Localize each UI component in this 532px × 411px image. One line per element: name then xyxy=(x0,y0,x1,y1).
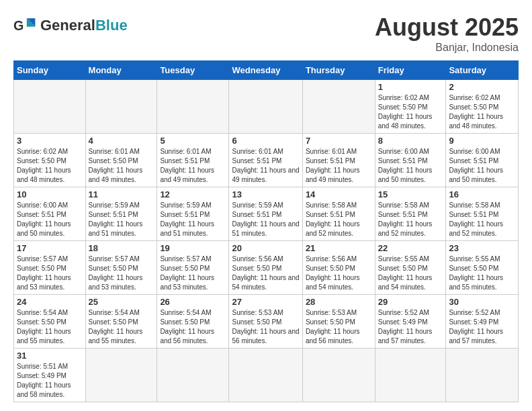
day-number: 30 xyxy=(449,297,515,307)
day-info: Sunrise: 5:56 AM Sunset: 5:50 PM Dayligh… xyxy=(306,255,372,292)
day-info: Sunrise: 5:58 AM Sunset: 5:51 PM Dayligh… xyxy=(449,201,515,238)
day-number: 12 xyxy=(160,189,226,199)
calendar-cell xyxy=(375,349,446,402)
weekday-header-saturday: Saturday xyxy=(446,61,519,80)
logo: G GeneralBlue xyxy=(13,13,128,38)
day-info: Sunrise: 5:56 AM Sunset: 5:50 PM Dayligh… xyxy=(232,255,299,292)
calendar-cell xyxy=(229,80,302,134)
calendar-cell: 8Sunrise: 6:00 AM Sunset: 5:51 PM Daylig… xyxy=(375,134,446,187)
calendar-cell: 17Sunrise: 5:57 AM Sunset: 5:50 PM Dayli… xyxy=(14,241,86,295)
month-year-title: August 2025 xyxy=(375,13,519,42)
day-info: Sunrise: 6:00 AM Sunset: 5:51 PM Dayligh… xyxy=(449,147,515,185)
day-number: 7 xyxy=(306,136,372,146)
location-subtitle: Banjar, Indonesia xyxy=(375,42,519,54)
day-number: 27 xyxy=(232,297,299,307)
weekday-header-tuesday: Tuesday xyxy=(157,61,229,80)
calendar-cell: 7Sunrise: 6:01 AM Sunset: 5:51 PM Daylig… xyxy=(302,134,375,187)
day-info: Sunrise: 6:00 AM Sunset: 5:51 PM Dayligh… xyxy=(17,201,83,238)
calendar-cell: 2Sunrise: 6:02 AM Sunset: 5:50 PM Daylig… xyxy=(446,80,519,134)
weekday-header-row: SundayMondayTuesdayWednesdayThursdayFrid… xyxy=(14,61,519,80)
day-info: Sunrise: 5:54 AM Sunset: 5:50 PM Dayligh… xyxy=(160,308,226,346)
day-info: Sunrise: 5:54 AM Sunset: 5:50 PM Dayligh… xyxy=(17,308,83,346)
calendar-cell: 19Sunrise: 5:57 AM Sunset: 5:50 PM Dayli… xyxy=(157,241,229,295)
calendar-cell xyxy=(229,349,302,402)
day-number: 16 xyxy=(449,189,515,199)
day-number: 26 xyxy=(160,297,226,307)
day-info: Sunrise: 5:59 AM Sunset: 5:51 PM Dayligh… xyxy=(160,201,226,238)
day-number: 24 xyxy=(17,297,83,307)
calendar-cell: 4Sunrise: 6:01 AM Sunset: 5:50 PM Daylig… xyxy=(85,134,157,187)
day-number: 19 xyxy=(160,243,226,253)
calendar-cell: 26Sunrise: 5:54 AM Sunset: 5:50 PM Dayli… xyxy=(157,295,229,349)
calendar-cell: 14Sunrise: 5:58 AM Sunset: 5:51 PM Dayli… xyxy=(302,187,375,241)
calendar-week-row: 1Sunrise: 6:02 AM Sunset: 5:50 PM Daylig… xyxy=(14,80,519,134)
day-info: Sunrise: 5:55 AM Sunset: 5:50 PM Dayligh… xyxy=(449,255,515,292)
day-number: 9 xyxy=(449,136,515,146)
weekday-header-wednesday: Wednesday xyxy=(229,61,302,80)
calendar-cell xyxy=(302,80,375,134)
day-number: 11 xyxy=(89,189,154,199)
calendar-cell: 5Sunrise: 6:01 AM Sunset: 5:51 PM Daylig… xyxy=(157,134,229,187)
logo-general-text: General xyxy=(40,17,95,34)
calendar-cell: 3Sunrise: 6:02 AM Sunset: 5:50 PM Daylig… xyxy=(14,134,86,187)
calendar-table: SundayMondayTuesdayWednesdayThursdayFrid… xyxy=(13,60,519,402)
calendar-cell: 15Sunrise: 5:58 AM Sunset: 5:51 PM Dayli… xyxy=(375,187,446,241)
calendar-cell: 23Sunrise: 5:55 AM Sunset: 5:50 PM Dayli… xyxy=(446,241,519,295)
calendar-cell xyxy=(157,349,229,402)
day-number: 25 xyxy=(89,297,154,307)
day-number: 28 xyxy=(306,297,372,307)
day-number: 15 xyxy=(378,189,443,199)
calendar-cell: 16Sunrise: 5:58 AM Sunset: 5:51 PM Dayli… xyxy=(446,187,519,241)
calendar-cell xyxy=(85,80,157,134)
day-info: Sunrise: 5:52 AM Sunset: 5:49 PM Dayligh… xyxy=(449,308,515,346)
day-number: 23 xyxy=(449,243,515,253)
day-info: Sunrise: 5:57 AM Sunset: 5:50 PM Dayligh… xyxy=(89,255,154,292)
calendar-cell: 27Sunrise: 5:53 AM Sunset: 5:50 PM Dayli… xyxy=(229,295,302,349)
day-number: 17 xyxy=(17,243,83,253)
calendar-cell: 29Sunrise: 5:52 AM Sunset: 5:49 PM Dayli… xyxy=(375,295,446,349)
day-number: 20 xyxy=(232,243,299,253)
calendar-cell xyxy=(14,80,86,134)
day-info: Sunrise: 5:55 AM Sunset: 5:50 PM Dayligh… xyxy=(378,255,443,292)
day-number: 29 xyxy=(378,297,443,307)
day-info: Sunrise: 6:02 AM Sunset: 5:50 PM Dayligh… xyxy=(378,93,443,131)
day-info: Sunrise: 5:51 AM Sunset: 5:49 PM Dayligh… xyxy=(17,362,83,400)
calendar-week-row: 24Sunrise: 5:54 AM Sunset: 5:50 PM Dayli… xyxy=(14,295,519,349)
logo-icon: G xyxy=(13,13,38,38)
day-info: Sunrise: 5:53 AM Sunset: 5:50 PM Dayligh… xyxy=(232,308,299,346)
day-info: Sunrise: 6:02 AM Sunset: 5:50 PM Dayligh… xyxy=(17,147,83,185)
day-number: 5 xyxy=(160,136,226,146)
day-info: Sunrise: 5:52 AM Sunset: 5:49 PM Dayligh… xyxy=(378,308,443,346)
day-info: Sunrise: 6:01 AM Sunset: 5:51 PM Dayligh… xyxy=(160,147,226,185)
calendar-cell xyxy=(446,349,519,402)
title-block: August 2025 Banjar, Indonesia xyxy=(375,13,519,54)
calendar-cell: 11Sunrise: 5:59 AM Sunset: 5:51 PM Dayli… xyxy=(85,187,157,241)
day-number: 14 xyxy=(306,189,372,199)
calendar-week-row: 31Sunrise: 5:51 AM Sunset: 5:49 PM Dayli… xyxy=(14,349,519,402)
calendar-cell: 10Sunrise: 6:00 AM Sunset: 5:51 PM Dayli… xyxy=(14,187,86,241)
page-header: G GeneralBlue August 2025 Banjar, Indone… xyxy=(13,13,519,54)
day-number: 22 xyxy=(378,243,443,253)
calendar-cell: 30Sunrise: 5:52 AM Sunset: 5:49 PM Dayli… xyxy=(446,295,519,349)
day-info: Sunrise: 6:01 AM Sunset: 5:50 PM Dayligh… xyxy=(89,147,154,185)
day-info: Sunrise: 5:54 AM Sunset: 5:50 PM Dayligh… xyxy=(89,308,154,346)
calendar-cell xyxy=(85,349,157,402)
calendar-cell: 25Sunrise: 5:54 AM Sunset: 5:50 PM Dayli… xyxy=(85,295,157,349)
day-info: Sunrise: 5:57 AM Sunset: 5:50 PM Dayligh… xyxy=(160,255,226,292)
calendar-cell: 18Sunrise: 5:57 AM Sunset: 5:50 PM Dayli… xyxy=(85,241,157,295)
calendar-cell: 31Sunrise: 5:51 AM Sunset: 5:49 PM Dayli… xyxy=(14,349,86,402)
weekday-header-thursday: Thursday xyxy=(302,61,375,80)
svg-text:G: G xyxy=(13,18,24,33)
day-info: Sunrise: 5:53 AM Sunset: 5:50 PM Dayligh… xyxy=(306,308,372,346)
day-info: Sunrise: 6:02 AM Sunset: 5:50 PM Dayligh… xyxy=(449,93,515,131)
day-number: 31 xyxy=(17,351,83,361)
day-number: 1 xyxy=(378,82,443,92)
day-number: 4 xyxy=(89,136,154,146)
calendar-cell: 1Sunrise: 6:02 AM Sunset: 5:50 PM Daylig… xyxy=(375,80,446,134)
calendar-week-row: 3Sunrise: 6:02 AM Sunset: 5:50 PM Daylig… xyxy=(14,134,519,187)
day-number: 3 xyxy=(17,136,83,146)
calendar-cell: 21Sunrise: 5:56 AM Sunset: 5:50 PM Dayli… xyxy=(302,241,375,295)
day-number: 2 xyxy=(449,82,515,92)
day-info: Sunrise: 6:00 AM Sunset: 5:51 PM Dayligh… xyxy=(378,147,443,185)
calendar-week-row: 10Sunrise: 6:00 AM Sunset: 5:51 PM Dayli… xyxy=(14,187,519,241)
